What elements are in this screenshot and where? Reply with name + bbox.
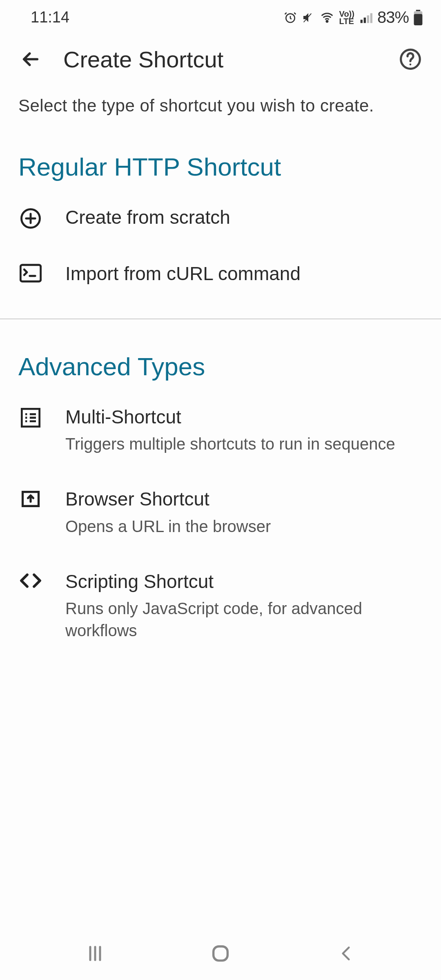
section-header-regular: Regular HTTP Shortcut (0, 140, 441, 189)
battery-icon (414, 10, 423, 25)
battery-text: 83% (377, 8, 409, 27)
nav-recents-button[interactable] (79, 937, 111, 970)
volte-icon: Vo))LTE (339, 10, 354, 25)
status-time: 11:14 (31, 9, 69, 26)
item-title: Browser Shortcut (65, 488, 423, 511)
svg-point-10 (410, 64, 412, 66)
svg-rect-12 (20, 265, 41, 282)
nav-bar (0, 927, 441, 980)
item-title: Scripting Shortcut (65, 570, 423, 594)
svg-rect-3 (364, 18, 366, 23)
svg-rect-6 (416, 10, 420, 11)
status-right: Vo))LTE 83% (284, 8, 423, 27)
svg-point-1 (326, 20, 328, 22)
nav-home-button[interactable] (204, 937, 237, 970)
nav-back-button[interactable] (330, 937, 362, 970)
item-title: Multi-Shortcut (65, 405, 423, 429)
code-icon (18, 572, 43, 590)
svg-rect-5 (370, 13, 372, 23)
app-bar: Create Shortcut (0, 35, 441, 84)
alarm-icon (284, 11, 297, 24)
page-title: Create Shortcut (63, 46, 378, 73)
item-browser-shortcut[interactable]: Browser Shortcut Opens a URL in the brow… (0, 471, 441, 554)
terminal-icon (18, 264, 43, 283)
item-import-curl[interactable]: Import from cURL command (0, 246, 441, 302)
svg-rect-4 (367, 15, 369, 23)
mute-icon (302, 11, 315, 24)
item-scripting-shortcut[interactable]: Scripting Shortcut Runs only JavaScript … (0, 554, 441, 658)
item-desc: Runs only JavaScript code, for advanced … (65, 597, 423, 641)
back-button[interactable] (16, 45, 45, 74)
item-title: Import from cURL command (65, 262, 423, 286)
svg-rect-2 (361, 20, 363, 23)
section-header-advanced: Advanced Types (0, 340, 441, 389)
svg-rect-8 (414, 14, 423, 25)
wifi-icon (320, 11, 334, 24)
item-desc: Triggers multiple shortcuts to run in se… (65, 433, 423, 455)
help-button[interactable] (396, 45, 425, 74)
status-bar: 11:14 Vo))LTE 83% (0, 0, 441, 35)
item-title: Create from scratch (65, 206, 423, 229)
item-create-from-scratch[interactable]: Create from scratch (0, 189, 441, 246)
item-multi-shortcut[interactable]: Multi-Shortcut Triggers multiple shortcu… (0, 389, 441, 472)
page-subtitle: Select the type of shortcut you wish to … (0, 84, 441, 140)
divider (0, 318, 441, 319)
list-icon (18, 407, 43, 428)
signal-icon (359, 11, 372, 24)
item-desc: Opens a URL in the browser (65, 515, 423, 537)
plus-circle-icon (18, 207, 43, 229)
svg-rect-14 (214, 947, 228, 961)
browser-open-icon (18, 489, 43, 509)
